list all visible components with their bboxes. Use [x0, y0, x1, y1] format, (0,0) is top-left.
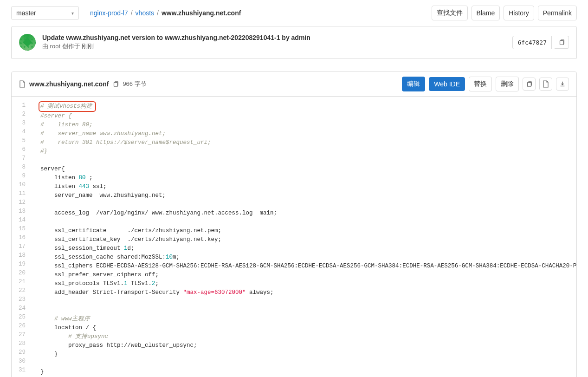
line-number[interactable]: 20: [12, 269, 30, 278]
line-number[interactable]: 18: [12, 251, 30, 260]
svg-rect-1: [114, 83, 118, 87]
line-number[interactable]: 3: [12, 119, 30, 128]
breadcrumb: nginx-prod-l7 / vhosts / www.zhushiyang.…: [90, 9, 428, 17]
avatar: [19, 34, 36, 51]
file-header: www.zhushiyang.net.conf 966 字节 编辑 Web ID…: [12, 72, 576, 97]
branch-name: master: [16, 9, 36, 17]
line-number[interactable]: 25: [12, 313, 30, 322]
line-number[interactable]: 31: [12, 366, 30, 375]
code-line: # return 301 https://$server_name$reques…: [35, 138, 576, 147]
commit-title: Update www.zhushiyang.net version to www…: [42, 34, 506, 41]
line-number[interactable]: 7: [12, 154, 30, 163]
line-number[interactable]: 8: [12, 163, 30, 172]
delete-button[interactable]: 删除: [496, 77, 519, 91]
code-line: [35, 156, 576, 165]
commit-meta: 由 root 创作于 刚刚: [42, 42, 506, 51]
webide-button[interactable]: Web IDE: [429, 77, 465, 91]
history-button[interactable]: History: [504, 6, 534, 20]
line-number[interactable]: 1: [12, 101, 30, 110]
download-button[interactable]: [556, 78, 569, 91]
line-number[interactable]: 17: [12, 242, 30, 251]
replace-button[interactable]: 替换: [469, 77, 492, 91]
code-line: access_log /var/log/nginx/ www.zhushiyan…: [35, 209, 576, 218]
line-number[interactable]: 13: [12, 207, 30, 216]
line-number[interactable]: 22: [12, 286, 30, 295]
file-name: www.zhushiyang.net.conf: [29, 80, 109, 88]
code-line: ssl_certificate ./certs/zhushiyang.net.p…: [35, 227, 576, 235]
code-line: ssl_session_timeout 1d;: [35, 244, 576, 253]
line-number[interactable]: 27: [12, 331, 30, 339]
line-number[interactable]: 16: [12, 234, 30, 242]
branch-selector[interactable]: master ▾: [11, 6, 79, 20]
code-line: # 支持upsync: [35, 332, 576, 341]
breadcrumb-link-1[interactable]: vhosts: [136, 9, 154, 17]
permalink-button[interactable]: Permalink: [538, 6, 577, 20]
line-number[interactable]: 2: [12, 110, 30, 119]
line-number[interactable]: 6: [12, 145, 30, 154]
raw-button[interactable]: [539, 78, 552, 91]
copy-file-button[interactable]: [523, 78, 536, 91]
line-number[interactable]: 28: [12, 339, 30, 348]
line-number[interactable]: 30: [12, 357, 30, 366]
document-icon: [543, 80, 549, 88]
line-number[interactable]: 29: [12, 348, 30, 357]
copy-sha-button[interactable]: [555, 36, 569, 49]
code-line: location / {: [35, 324, 576, 332]
line-number[interactable]: 21: [12, 278, 30, 286]
line-number[interactable]: 26: [12, 322, 30, 331]
download-icon: [559, 81, 566, 87]
line-number[interactable]: 4: [12, 128, 30, 136]
code-line: [35, 306, 576, 315]
code-line: [35, 200, 576, 209]
line-number[interactable]: 23: [12, 295, 30, 304]
chevron-down-icon: ▾: [71, 11, 74, 16]
svg-rect-2: [528, 83, 531, 87]
code-line: # listen 80;: [35, 121, 576, 130]
breadcrumb-link-0[interactable]: nginx-prod-l7: [90, 9, 128, 17]
code-line: ssl_session_cache shared:MozSSL:10m;: [35, 253, 576, 262]
line-number[interactable]: 12: [12, 198, 30, 207]
clipboard-icon: [526, 81, 532, 87]
code-line: ssl_prefer_server_ciphers off;: [35, 271, 576, 280]
find-file-button[interactable]: 查找文件: [432, 6, 468, 20]
edit-button[interactable]: 编辑: [402, 77, 425, 91]
code-line: }: [35, 350, 576, 359]
breadcrumb-sep: /: [131, 9, 133, 17]
line-number[interactable]: 11: [12, 189, 30, 198]
clipboard-icon: [558, 39, 565, 46]
code-line: }: [35, 368, 576, 377]
svg-rect-0: [560, 41, 564, 45]
line-number[interactable]: 15: [12, 225, 30, 234]
breadcrumb-sep: /: [157, 9, 159, 17]
breadcrumb-current: www.zhushiyang.net.conf: [162, 9, 241, 17]
code-line: ssl_protocols TLSv1.1 TLSv1.2;: [35, 280, 576, 288]
code-line: # www主程序: [35, 315, 576, 324]
code-line: # server_name www.zhushiyang.net;: [35, 130, 576, 138]
copy-path-icon[interactable]: [112, 81, 119, 87]
file-size: 966 字节: [123, 80, 146, 88]
code-line: listen 80 ;: [35, 174, 576, 182]
code-line: ssl_certificate_key ./certs/zhushiyang.n…: [35, 235, 576, 244]
line-number[interactable]: 14: [12, 216, 30, 225]
commit-panel: Update www.zhushiyang.net version to www…: [11, 26, 577, 58]
code-line: # 测试vhosts构建: [35, 101, 576, 112]
code-line: #}: [35, 147, 576, 156]
code-line: proxy_pass http://web_cluster_upsync;: [35, 341, 576, 350]
code-line: [35, 297, 576, 306]
blame-button[interactable]: Blame: [472, 6, 500, 20]
code-line: [35, 218, 576, 227]
code-line: listen 443 ssl;: [35, 182, 576, 191]
code-line: server{: [35, 165, 576, 174]
code-line: add_header Strict-Transport-Security "ma…: [35, 288, 576, 297]
line-number[interactable]: 10: [12, 181, 30, 189]
line-number[interactable]: 5: [12, 136, 30, 145]
code-line: server_name www.zhushiyang.net;: [35, 191, 576, 200]
line-number[interactable]: 24: [12, 304, 30, 313]
line-number[interactable]: 19: [12, 260, 30, 269]
line-number[interactable]: 9: [12, 172, 30, 181]
file-icon: [19, 80, 26, 88]
code-line: [35, 359, 576, 368]
commit-sha: 6fc47827: [512, 36, 552, 49]
code-line: ssl_ciphers ECDHE-ECDSA-AES128-GCM-SHA25…: [35, 262, 576, 271]
code-viewer: 1234567891011121314151617181920212223242…: [12, 97, 576, 377]
